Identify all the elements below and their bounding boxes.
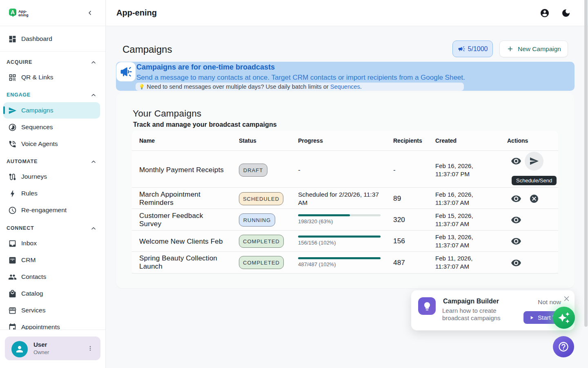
svg-text:A: A xyxy=(11,9,15,16)
